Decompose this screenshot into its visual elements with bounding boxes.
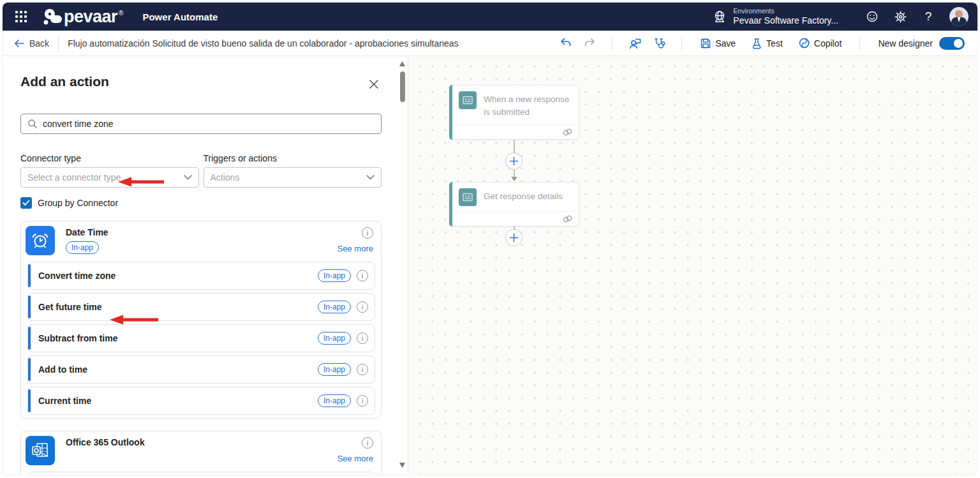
redo-icon [584,37,596,49]
date-time-connector-icon [26,226,55,255]
node-title: When a new response is submitted [484,91,572,119]
back-arrow-icon [14,39,25,48]
group-by-connector-label: Group by Connector [38,198,118,208]
in-app-badge: In-app [318,269,351,282]
waffle-icon [15,11,27,22]
app-window: pevaar ® Power Automate Environments Pev… [3,3,977,475]
user-avatar[interactable] [949,7,969,26]
see-more-link[interactable]: See more [338,454,373,463]
insert-step-button[interactable] [505,153,523,170]
search-input[interactable] [43,119,375,129]
scroll-up-icon[interactable] [399,61,405,66]
info-icon[interactable]: i [362,227,373,239]
test-button[interactable]: Test [745,34,789,53]
copilot-icon [798,37,810,49]
group-name: Office 365 Outlook [66,437,145,447]
trigger-node-when-a-new-response-is-submitted[interactable]: When a new response is submitted [449,85,579,140]
scrollbar-thumb[interactable] [400,71,405,102]
connector-group-date-time: Date Time In-app i See more Convert time… [20,221,382,419]
office-365-outlook-connector-icon [26,436,55,465]
new-designer-toggle[interactable] [939,37,965,50]
info-icon[interactable]: i [357,395,368,407]
scroll-down-icon[interactable] [399,463,405,468]
test-flask-icon [751,38,762,49]
in-app-badge: In-app [318,301,351,313]
brand-name: pevaar [64,7,117,27]
triggers-or-actions-label: Triggers or actions [204,153,382,163]
save-button[interactable]: Save [694,34,742,53]
flow-checker-button[interactable] [624,34,646,53]
flow-checker-icon [628,37,642,50]
chevron-down-icon [184,175,192,180]
redo-button[interactable] [579,34,600,53]
connector-type-select[interactable]: Select a connector type [20,167,199,188]
outlook-icon [30,440,50,461]
action-find-meeting-times-v2[interactable]: Find meeting times (V2) i [27,472,375,474]
gear-icon [894,10,907,24]
close-panel-button[interactable] [366,77,382,92]
plus-icon [509,156,519,166]
connector-arrowhead-icon [511,177,517,181]
toolbar-divider [58,36,59,50]
group-by-connector-checkbox-row[interactable]: Group by Connector [20,197,382,209]
feedback-button[interactable] [861,6,883,27]
save-label: Save [715,38,736,49]
panel-title: Add an action [20,74,109,89]
save-icon [700,38,711,49]
info-icon[interactable]: i [357,301,368,313]
connector-type-placeholder: Select a connector type [27,172,121,183]
undo-icon [560,37,572,49]
action-label: Convert time zone [38,271,115,281]
info-icon[interactable]: i [357,364,368,375]
info-icon[interactable]: i [357,270,368,281]
copilot-button[interactable]: Copilot [792,34,849,53]
action-get-future-time[interactable]: Get future time In-app i [27,293,375,321]
app-launcher-button[interactable] [10,6,32,27]
action-label: Current time [38,396,91,406]
settings-button[interactable] [889,6,911,27]
action-current-time[interactable]: Current time In-app i [27,387,375,415]
flow-canvas[interactable]: When a new response is submitted [408,56,977,474]
action-node-get-response-details[interactable]: Get response details [449,182,579,227]
see-more-link[interactable]: See more [338,244,373,253]
checkbox-checked-icon [20,197,32,209]
environment-name: Pevaar Software Factory... [733,15,838,27]
in-app-badge: In-app [66,241,99,254]
environment-picker[interactable]: Environments Pevaar Software Factory... [713,7,838,27]
test-label: Test [766,38,783,49]
back-button[interactable]: Back [14,38,49,49]
forms-trigger-icon [459,91,477,109]
insert-step-button[interactable] [505,229,523,246]
close-icon [369,79,379,89]
new-designer-label: New designer [878,38,933,49]
node-title: Get response details [484,188,563,203]
in-app-badge: In-app [318,394,351,407]
copilot-label: Copilot [814,38,842,49]
action-subtract-from-time[interactable]: Subtract from time In-app i [27,324,375,352]
connector-line [514,170,515,177]
flow-toolbar: Back Flujo automatización Solicitud de v… [3,31,977,56]
undo-button[interactable] [554,34,576,53]
connection-link-icon [562,128,573,136]
action-label: Subtract from time [38,333,117,343]
microsoft-forms-icon [462,94,473,106]
triggers-or-actions-select[interactable]: Actions [204,167,382,188]
back-label: Back [29,38,49,49]
info-icon[interactable]: i [357,332,368,344]
pevaar-logo-icon [42,8,64,26]
action-add-to-time[interactable]: Add to time In-app i [27,355,375,384]
toolbar-divider [859,36,860,50]
smiley-icon [866,10,879,23]
brand-logo[interactable]: pevaar ® [42,7,123,27]
in-app-badge: In-app [318,332,351,345]
connector-line [514,140,515,153]
in-app-badge: In-app [318,363,351,376]
stethoscope-icon [653,37,666,50]
environments-label: Environments [733,7,838,15]
info-icon[interactable]: i [362,437,373,449]
connection-link-icon [562,215,573,223]
repair-tips-button[interactable] [648,34,670,53]
action-convert-time-zone[interactable]: Convert time zone In-app i [27,262,375,290]
help-button[interactable]: ? [917,6,939,27]
brand-registered-mark: ® [119,10,123,17]
